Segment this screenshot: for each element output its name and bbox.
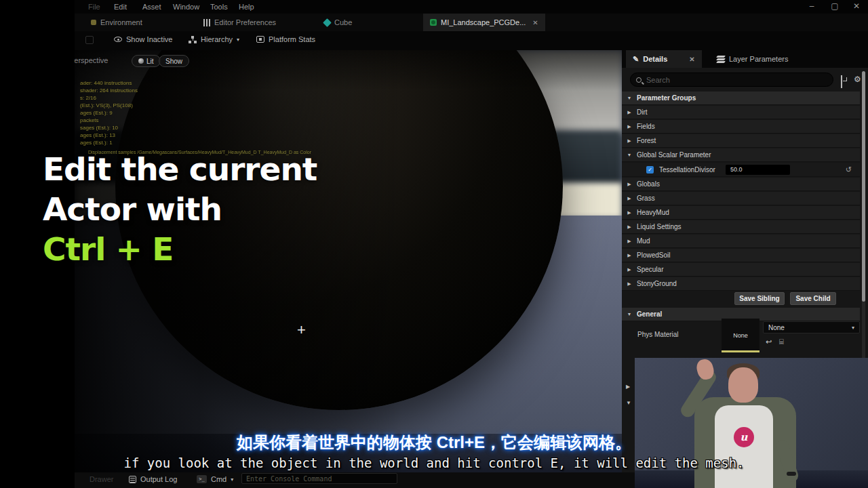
tab-mi-landscape[interactable]: MI_Landscape_PCGDe... ✕ — [423, 14, 545, 31]
tab-details-label: Details — [643, 55, 667, 63]
show-inactive-button[interactable]: Show Inactive — [114, 35, 172, 43]
cmd-selector[interactable]: >_ Cmd ▾ — [197, 475, 233, 483]
chevron-right-icon: ▶ — [622, 138, 637, 144]
row-label: PlowedSoil — [637, 251, 670, 259]
console-command-input[interactable] — [241, 473, 397, 484]
lit-mode-button[interactable]: Lit — [132, 55, 161, 67]
tab-editor-preferences-label: Editor Preferences — [214, 18, 276, 26]
group-row-grass[interactable]: ▶Grass — [622, 192, 860, 205]
menu-edit[interactable]: Edit — [114, 3, 127, 11]
chevron-right-icon: ▶ — [622, 124, 637, 129]
row-label: Global Scalar Parameter — [637, 151, 711, 159]
search-box[interactable] — [630, 73, 833, 87]
show-menu-button[interactable]: Show — [159, 55, 189, 67]
browse-to-asset-icon[interactable]: ⌸ — [779, 338, 784, 346]
use-selected-asset-icon[interactable]: ↩ — [766, 338, 772, 346]
group-row-plowedsoil[interactable]: ▶PlowedSoil — [622, 249, 860, 262]
group-row-dirt[interactable]: ▶Dirt — [622, 106, 860, 119]
chevron-right-icon: ▶ — [622, 281, 637, 287]
output-log-icon — [129, 476, 136, 483]
chevron-right-icon: ▶ — [622, 210, 637, 216]
app-window: File Edit Asset Window Tools Help – ▢ ✕ … — [0, 0, 868, 488]
group-row-stonyground[interactable]: ▶StonyGround — [622, 277, 860, 291]
row-label: Globals — [637, 180, 660, 188]
reset-to-default-icon[interactable]: ↺ — [846, 165, 852, 174]
panel-tab-bar: ✎ Details ✕ Layer Parameters — [622, 50, 868, 68]
minimize-button[interactable]: – — [806, 1, 818, 11]
chevron-right-icon: ▶ — [622, 239, 637, 244]
chevron-right-icon: ▶ — [622, 253, 637, 258]
output-log-button[interactable]: Output Log — [129, 475, 177, 483]
shader-stats-line: ages (Est.): 13 — [80, 132, 115, 138]
caption-line-2: Actor with — [43, 189, 395, 229]
pencil-icon: ✎ — [633, 55, 639, 64]
cube-icon — [323, 18, 332, 27]
save-icon[interactable] — [85, 36, 94, 44]
row-label: HeavyMud — [637, 209, 669, 216]
parameter-value-input[interactable]: 50.0 — [726, 165, 790, 175]
save-sibling-button[interactable]: Save Sibling — [734, 292, 785, 305]
row-label: Fields — [637, 123, 655, 130]
menu-asset[interactable]: Asset — [142, 3, 161, 11]
parameter-checkbox[interactable]: ✓ — [646, 166, 654, 174]
perspective-dropdown[interactable]: Perspective — [75, 56, 108, 64]
subtitle-english: if you look at the object in the world a… — [0, 455, 868, 470]
tab-details[interactable]: ✎ Details ✕ — [626, 50, 702, 68]
tab-cube-label: Cube — [334, 18, 352, 26]
group-row-fields[interactable]: ▶Fields — [622, 120, 860, 134]
shader-stats-line: ages (Est.): 9 — [80, 110, 113, 116]
tab-cube[interactable]: Cube — [317, 14, 359, 31]
menu-tools[interactable]: Tools — [210, 3, 228, 11]
group-row-specular[interactable]: ▶Specular — [622, 263, 860, 277]
phys-material-label: Phys Material — [637, 331, 679, 338]
menu-help[interactable]: Help — [239, 3, 254, 11]
group-row-heavymud[interactable]: ▶HeavyMud — [622, 206, 860, 220]
presenter-watch — [787, 472, 796, 476]
hierarchy-button[interactable]: Hierarchy ▾ — [189, 35, 239, 43]
content-drawer-button[interactable]: Drawer — [90, 475, 113, 483]
shader-stats-line: ader: 440 instructions — [80, 80, 132, 86]
group-row-liquid-settings[interactable]: ▶Liquid Settings — [622, 220, 860, 234]
close-button[interactable]: ✕ — [850, 1, 863, 11]
shader-stats-line: s: 2/16 — [80, 95, 96, 101]
tab-close-icon[interactable]: ✕ — [532, 19, 538, 26]
menu-file[interactable]: File — [88, 3, 100, 11]
group-row-global-scalar[interactable]: ▼Global Scalar Parameter — [622, 148, 860, 162]
chevron-down-icon: ▾ — [237, 37, 239, 43]
maximize-button[interactable]: ▢ — [829, 1, 841, 11]
crosshair-cursor: + — [297, 321, 306, 339]
tab-layer-parameters-label: Layer Parameters — [729, 55, 788, 63]
menu-window[interactable]: Window — [173, 3, 199, 11]
shader-stats-line: packets — [80, 117, 99, 123]
tab-environment[interactable]: Environment — [84, 14, 149, 31]
shader-stats-line: shader: 264 instructions — [80, 87, 138, 94]
group-row-mud[interactable]: ▶Mud — [622, 235, 860, 248]
material-instance-icon — [430, 19, 437, 26]
content-drawer-label: Drawer — [90, 475, 113, 483]
gear-icon[interactable]: ⚙ — [854, 75, 861, 84]
chevron-down-icon: ▼ — [622, 96, 637, 100]
search-input[interactable] — [646, 76, 827, 84]
tab-layer-parameters[interactable]: Layer Parameters — [710, 50, 795, 68]
chevron-down-icon: ▾ — [231, 476, 233, 483]
details-tab-close-icon[interactable]: ✕ — [689, 56, 694, 63]
sliders-icon — [203, 19, 210, 26]
tab-editor-preferences[interactable]: Editor Preferences — [197, 14, 283, 31]
chevron-right-icon[interactable]: ▶ — [626, 384, 630, 390]
scrollbar-thumb[interactable] — [862, 71, 865, 302]
display-options-icon[interactable] — [841, 75, 842, 88]
group-row-forest[interactable]: ▶Forest — [622, 134, 860, 148]
platform-stats-button[interactable]: Platform Stats — [256, 35, 315, 43]
group-header-row[interactable]: ▼Parameter Groups — [622, 92, 860, 105]
save-child-button[interactable]: Save Child — [790, 292, 836, 305]
subtitle-chinese: 如果你看着世界中的物体按 Ctrl+E，它会编辑该网格。 — [0, 432, 868, 453]
output-log-label: Output Log — [140, 475, 177, 483]
phys-material-dropdown[interactable]: None ▾ — [763, 321, 860, 333]
row-label: Grass — [637, 195, 655, 202]
monitor-icon — [256, 36, 264, 43]
shader-stats-line: ages (Est.): 1 — [80, 140, 113, 146]
chevron-down-icon: ▼ — [622, 152, 637, 157]
chevron-down-icon[interactable]: ▼ — [626, 400, 631, 406]
group-row-globals[interactable]: ▶Globals — [622, 178, 860, 191]
phys-material-thumbnail[interactable]: None — [722, 319, 760, 352]
